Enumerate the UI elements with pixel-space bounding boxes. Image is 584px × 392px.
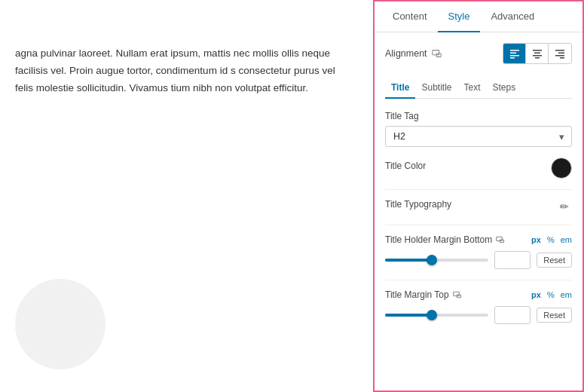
title-color-label: Title Color — [385, 161, 426, 171]
title-margin-top-section: Title Margin Top px % em — [385, 289, 572, 324]
title-typography-label: Title Typography — [385, 199, 451, 210]
align-left-icon — [509, 48, 520, 59]
typography-edit-button[interactable]: ✏ — [557, 199, 572, 214]
slider-track-2[interactable] — [385, 314, 488, 317]
divider-1 — [385, 189, 572, 190]
title-margin-top-label: Title Margin Top — [385, 289, 462, 300]
title-tag-label: Title Tag — [385, 111, 572, 121]
sub-tab-title[interactable]: Title — [385, 78, 415, 99]
svg-rect-8 — [533, 55, 542, 57]
svg-rect-9 — [535, 57, 540, 59]
slider-controls-2: Reset — [385, 306, 572, 324]
unit-percent-2[interactable]: % — [547, 290, 555, 299]
svg-rect-11 — [558, 53, 564, 54]
align-center-button[interactable] — [526, 44, 549, 63]
responsive-icon-3 — [453, 290, 462, 299]
unit-em-2[interactable]: em — [561, 290, 572, 299]
slider-fill-2 — [385, 314, 432, 317]
alignment-buttons — [503, 43, 572, 64]
slider-input-1[interactable] — [494, 251, 530, 269]
svg-rect-6 — [533, 50, 542, 51]
slider-input-2[interactable] — [494, 306, 530, 324]
svg-rect-10 — [555, 50, 564, 51]
body-text: agna pulvinar laoreet. Nullam erat ipsum… — [15, 45, 350, 97]
slider-thumb-1[interactable] — [427, 255, 437, 265]
responsive-icon — [432, 48, 442, 59]
alignment-text: Alignment — [385, 48, 427, 59]
reset-button-2[interactable]: Reset — [537, 308, 572, 323]
unit-buttons-1: px % em — [531, 235, 572, 244]
title-typography-row: Title Typography ✏ — [385, 199, 572, 214]
title-tag-dropdown-wrapper: H2 H1 H3 H4 H5 H6 div span p — [385, 126, 572, 147]
svg-rect-3 — [510, 53, 516, 54]
main-tabs: Content Style Advanced — [375, 2, 582, 32]
unit-em-1[interactable]: em — [561, 235, 572, 244]
svg-rect-14 — [497, 237, 503, 240]
title-color-row: Title Color — [385, 158, 572, 179]
sub-tab-steps[interactable]: Steps — [487, 78, 522, 99]
slider-controls-1: Reset — [385, 251, 572, 269]
slider-header-2: Title Margin Top px % em — [385, 289, 572, 300]
svg-rect-13 — [560, 57, 564, 59]
unit-px-1[interactable]: px — [531, 235, 541, 244]
panel-content: Alignment — [375, 32, 582, 390]
unit-px-2[interactable]: px — [531, 290, 541, 299]
svg-rect-16 — [453, 292, 459, 296]
alignment-label: Alignment — [385, 48, 442, 59]
svg-rect-12 — [555, 55, 564, 57]
svg-rect-2 — [510, 50, 519, 51]
title-holder-margin-bottom-section: Title Holder Margin Bottom px % em — [385, 234, 572, 269]
sub-tab-text[interactable]: Text — [457, 78, 486, 99]
title-color-swatch[interactable] — [551, 158, 572, 179]
tab-advanced[interactable]: Advanced — [480, 2, 545, 32]
tab-style[interactable]: Style — [438, 2, 481, 32]
svg-rect-0 — [432, 51, 439, 55]
svg-rect-4 — [510, 55, 519, 57]
sub-tabs: Title Subtitle Text Steps — [385, 78, 572, 99]
slider-track-1[interactable] — [385, 259, 488, 262]
responsive-icon-2 — [496, 235, 505, 244]
align-left-button[interactable] — [503, 44, 526, 63]
align-right-button[interactable] — [549, 44, 571, 63]
align-right-icon — [555, 48, 565, 59]
sub-tab-subtitle[interactable]: Subtitle — [415, 78, 457, 99]
unit-buttons-2: px % em — [531, 290, 572, 299]
decoration-circle — [15, 279, 105, 369]
svg-rect-5 — [510, 57, 515, 59]
tab-content[interactable]: Content — [382, 2, 438, 32]
divider-2 — [385, 225, 572, 225]
svg-rect-7 — [534, 53, 540, 54]
title-holder-margin-label: Title Holder Margin Bottom — [385, 234, 505, 245]
right-panel: Content Style Advanced Alignment — [373, 0, 584, 392]
align-center-icon — [532, 48, 543, 59]
slider-header-1: Title Holder Margin Bottom px % em — [385, 234, 572, 245]
slider-fill-1 — [385, 259, 432, 262]
left-panel: agna pulvinar laoreet. Nullam erat ipsum… — [0, 0, 373, 392]
alignment-row: Alignment — [385, 43, 572, 64]
slider-thumb-2[interactable] — [427, 310, 437, 320]
unit-percent-1[interactable]: % — [547, 235, 555, 244]
title-tag-select[interactable]: H2 H1 H3 H4 H5 H6 div span p — [385, 126, 572, 147]
reset-button-1[interactable]: Reset — [537, 253, 572, 268]
title-tag-row: Title Tag H2 H1 H3 H4 H5 H6 div span p — [385, 111, 572, 147]
divider-3 — [385, 280, 572, 280]
